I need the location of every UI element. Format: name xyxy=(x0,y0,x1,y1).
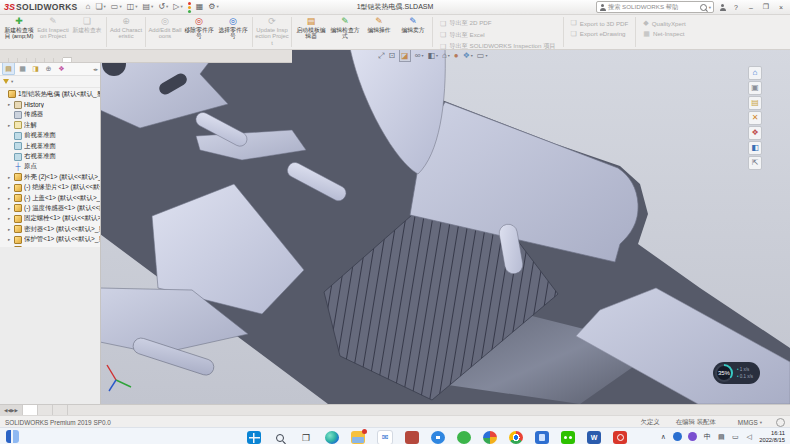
hide-show-items-icon[interactable]: ∞▾ xyxy=(415,50,424,61)
qualityxpert-button[interactable]: ◆QualityXpert xyxy=(643,19,685,27)
panel-tab-overflow-icon[interactable]: ◂▸ xyxy=(93,66,98,72)
edit-vendors-button[interactable]: ✎ 编辑卖方 xyxy=(396,15,430,49)
select-button[interactable]: ▷▾ xyxy=(173,2,182,12)
tree-item[interactable]: 右视基准面 xyxy=(0,151,100,161)
tree-item[interactable]: ▸ (-) 上盖<1> (默认<<默认>_显示状态 xyxy=(0,193,100,203)
new-document-button[interactable]: ❏▾ xyxy=(95,2,105,12)
minimize-button[interactable]: – xyxy=(746,4,756,11)
new-inspection-project-button[interactable]: ✚ 新建检查项目 (amp;M) xyxy=(2,15,36,49)
home-icon[interactable]: ⌂ xyxy=(748,66,762,80)
share-folder-icon[interactable]: ⇱ xyxy=(748,156,762,170)
tree-item[interactable]: 传感器 xyxy=(0,110,100,120)
new-inspection-sheet-button[interactable]: ❏ 新建检查表 xyxy=(70,15,104,49)
add-edit-balloons-button[interactable]: ◎ Add/Edit Balloons xyxy=(148,15,182,49)
edit-appearance-icon[interactable]: ● xyxy=(454,50,459,61)
tree-item[interactable]: ▸ 固定螺栓<1> (默认<<默认>_显示状 xyxy=(0,214,100,224)
displaymanager-tab-icon[interactable]: ❖ xyxy=(56,63,67,74)
tree-item[interactable]: ▸ (-) 温度传感器<1> (默认<<默认>_显 xyxy=(0,203,100,213)
zoom-fit-icon[interactable]: ⤢ xyxy=(378,50,384,61)
app-green-circle-icon[interactable] xyxy=(457,431,471,444)
tray-ime-zh[interactable]: 中 xyxy=(703,432,711,442)
tree-item[interactable]: ▸ 密封器<1> (默认<<默认>_显示状态 xyxy=(0,224,100,234)
configurationmanager-tab-icon[interactable]: ◨ xyxy=(30,63,41,74)
start-button[interactable] xyxy=(247,431,261,444)
tree-item[interactable]: ▸ 注解 xyxy=(0,120,100,130)
add-characteristic-button[interactable]: ⊕ Add Characteristic xyxy=(109,15,143,49)
export-edrawing-button[interactable]: ❏Export eDrawing xyxy=(571,30,629,38)
select-balloons-button[interactable]: ◎ 选择零件序号 xyxy=(216,15,250,49)
widgets-button[interactable] xyxy=(6,430,19,443)
home-button[interactable]: ⌂ xyxy=(86,2,91,12)
display-style-icon[interactable]: ◧▾ xyxy=(427,50,438,61)
folder-icon[interactable]: ▤ xyxy=(748,96,762,110)
word-app-icon[interactable]: W xyxy=(587,431,601,444)
tree-item[interactable]: 原点 xyxy=(0,162,100,172)
tab-layout[interactable] xyxy=(9,58,18,63)
export-inspection-project-button[interactable]: ❏导出至 SOLIDWORKS Inspection 项目 xyxy=(440,42,556,51)
tree-item[interactable]: ▸ (-) 绝缘垫片<1> (默认<<默认>_显示 xyxy=(0,183,100,193)
tray-chevron-up-icon[interactable]: ∧ xyxy=(659,433,667,441)
tree-root-assembly[interactable]: 1型铠装热电偶 (默认<默认_显示状态-1> xyxy=(0,89,100,99)
file-explorer-icon[interactable] xyxy=(351,431,365,444)
mail-icon[interactable]: ✉ xyxy=(377,430,393,444)
device-app-icon[interactable] xyxy=(535,431,549,444)
help-button[interactable]: ? xyxy=(731,4,741,11)
open-button[interactable]: ▭▾ xyxy=(111,2,122,12)
net-inspect-button[interactable]: ▦Net-Inspect xyxy=(643,30,685,38)
tree-filter-bar[interactable]: ▾ xyxy=(0,76,100,88)
zoom-area-icon[interactable]: ⊡ xyxy=(388,50,395,61)
color-wheel-icon[interactable]: ❖ xyxy=(748,126,762,140)
close-button[interactable]: × xyxy=(776,4,786,11)
status-help-icon[interactable] xyxy=(776,418,785,427)
tab-sketch[interactable] xyxy=(18,58,27,63)
task-view-button[interactable]: ❐ xyxy=(299,431,313,444)
tab-inspection[interactable] xyxy=(63,57,72,63)
tray-ime-mode-icon[interactable]: ▤ xyxy=(717,433,725,441)
tab-addins[interactable] xyxy=(36,58,45,63)
box-icon[interactable]: ▣ xyxy=(748,81,762,95)
xpress-tools-icon[interactable]: ✕ xyxy=(748,111,762,125)
display-pane-icon[interactable]: ◧ xyxy=(748,141,762,155)
search-caret-icon[interactable]: ▾ xyxy=(709,5,711,10)
solidworks-taskbar-icon[interactable] xyxy=(613,431,627,444)
view-orientation-icon[interactable]: ⌂▾ xyxy=(442,50,450,61)
remove-balloons-button[interactable]: ◎ 移除零件序号 xyxy=(182,15,216,49)
edge-icon[interactable] xyxy=(325,431,339,444)
export-excel-button[interactable]: ❏导出至 Excel xyxy=(440,31,556,40)
search-icon[interactable] xyxy=(700,4,707,11)
dimxpertmanager-tab-icon[interactable]: ⊕ xyxy=(43,63,54,74)
tree-item[interactable]: ▸ History xyxy=(0,99,100,109)
graphics-area[interactable]: ⤢⊡◪∞▾◧▾⌂▾●❖▾▭▾ ⌂▣▤✕❖◧⇱ 35% • 1 x/s • 0.1… xyxy=(100,48,790,404)
search-input[interactable]: 搜索 SOLIDWORKS 帮助 ▾ xyxy=(596,1,714,13)
options-button[interactable]: ⚙▾ xyxy=(208,2,218,12)
tray-display-icon[interactable]: ▭ xyxy=(731,433,739,441)
taskbar-clock[interactable]: 16:112022/8/15 xyxy=(759,430,785,443)
app-blue-circle-icon[interactable] xyxy=(431,431,445,444)
propertymanager-tab-icon[interactable]: ▦ xyxy=(17,63,28,74)
section-view-icon[interactable]: ◪ xyxy=(399,49,411,62)
tray-shield-icon[interactable] xyxy=(673,432,682,441)
tree-item[interactable]: 上视基准面 xyxy=(0,141,100,151)
color-wheel-app-icon[interactable] xyxy=(483,431,497,444)
wechat-icon[interactable] xyxy=(561,431,575,444)
update-inspection-project-button[interactable]: ⟳ Update Inspection Project xyxy=(255,15,289,49)
tab-assembly[interactable] xyxy=(0,58,9,63)
filter-caret-icon[interactable]: ▾ xyxy=(11,79,13,84)
search-button[interactable] xyxy=(273,431,287,444)
tab-mbd[interactable] xyxy=(45,58,54,63)
edit-operations-button[interactable]: ✎ 编辑操作 xyxy=(362,15,396,49)
model-3d-cross-section[interactable] xyxy=(100,48,790,404)
tree-item[interactable]: 前视基准面 xyxy=(0,131,100,141)
export-3d-pdf-button[interactable]: ❏Export to 3D PDF xyxy=(571,19,629,27)
view-settings-icon[interactable]: ▭▾ xyxy=(477,50,488,61)
login-icon[interactable] xyxy=(719,4,726,11)
tab-evaluate[interactable] xyxy=(27,58,36,63)
tree-item[interactable]: ▸ 保护管<1> (默认<<默认>_显示状态 xyxy=(0,234,100,244)
save-button[interactable]: ◫▾ xyxy=(127,2,138,12)
launch-template-editor-button[interactable]: ▤ 启动模板编辑器 xyxy=(294,15,328,49)
tree-item[interactable]: ▸ 外壳 (2)<1> (默认<<默认>_显示状态 xyxy=(0,172,100,182)
status-units-selector[interactable]: MMGS▾ xyxy=(738,419,762,426)
export-2d-pdf-button[interactable]: ❏导出至 2D PDF xyxy=(440,19,556,28)
edit-inspection-project-button[interactable]: ✎ Edit Inspection Project xyxy=(36,15,70,49)
app-red-icon[interactable] xyxy=(405,431,419,444)
